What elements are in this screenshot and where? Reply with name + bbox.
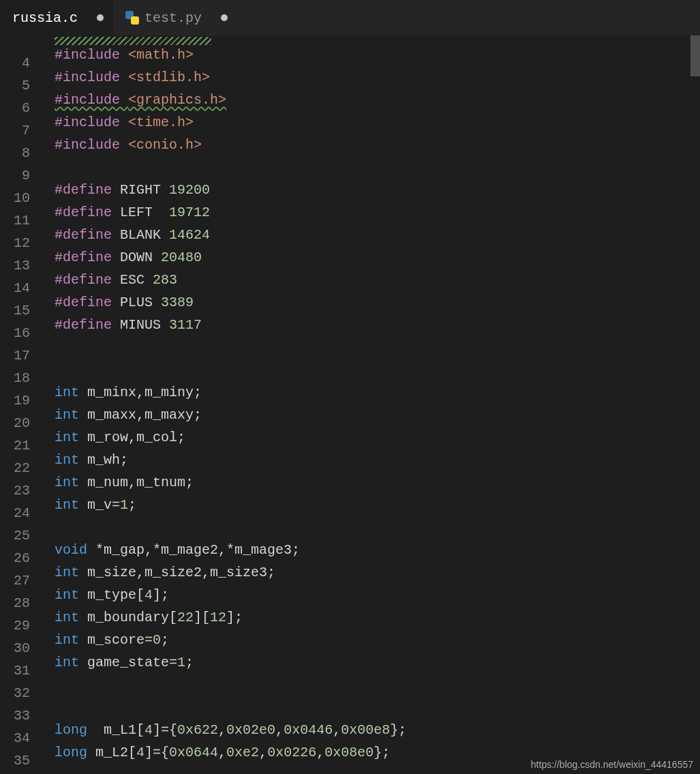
- code-token: void: [55, 542, 87, 558]
- code-line[interactable]: int m_num,m_tnum;: [55, 471, 700, 494]
- code-token: 4: [136, 745, 144, 760]
- code-token: int: [55, 430, 79, 445]
- line-number: 9: [0, 164, 30, 187]
- code-line[interactable]: #define PLUS 3389: [55, 291, 700, 314]
- code-line[interactable]: [55, 336, 700, 359]
- line-number: 28: [0, 592, 30, 614]
- line-number: 23: [0, 479, 30, 502]
- code-token: int: [55, 497, 79, 513]
- code-token: int: [55, 610, 79, 625]
- line-number: 11: [0, 209, 30, 232]
- line-number: 19: [0, 389, 30, 412]
- line-number: 4: [0, 52, 30, 74]
- line-number: 35: [0, 749, 30, 772]
- code-token: #define: [55, 317, 112, 333]
- line-number: 22: [0, 457, 30, 479]
- line-number: 10: [0, 187, 30, 209]
- code-line[interactable]: #define DOWN 20480: [55, 246, 700, 269]
- code-area[interactable]: #include <math.h>#include <stdlib.h>#inc…: [42, 35, 700, 774]
- modified-indicator-icon: [221, 14, 228, 21]
- line-number: 12: [0, 232, 30, 254]
- code-token: <graphics.h>: [128, 92, 226, 108]
- code-token: 20480: [161, 250, 202, 265]
- code-token: 0x0644: [169, 745, 218, 760]
- code-token: 0: [153, 632, 161, 648]
- code-line[interactable]: int m_size,m_size2,m_size3;: [55, 561, 700, 584]
- line-number: 15: [0, 299, 30, 322]
- line-number: 18: [0, 367, 30, 389]
- code-line[interactable]: #include <time.h>: [55, 111, 700, 134]
- code-token: <conio.h>: [128, 137, 202, 153]
- code-token: LEFT: [112, 205, 169, 220]
- line-number: 24: [0, 502, 30, 524]
- code-line[interactable]: [55, 156, 700, 179]
- vertical-scrollbar[interactable]: [690, 35, 700, 76]
- code-line[interactable]: #include <conio.h>: [55, 134, 700, 156]
- code-line[interactable]: #define ESC 283: [55, 269, 700, 291]
- code-token: #include: [55, 137, 128, 153]
- code-token: m_boundary[: [79, 610, 177, 625]
- code-token: ,: [316, 745, 324, 760]
- code-line[interactable]: int m_wh;: [55, 449, 700, 471]
- code-line[interactable]: int game_state=1;: [55, 651, 700, 674]
- code-line[interactable]: long m_L1[4]={0x622,0x02e0,0x0446,0x00e8…: [55, 719, 700, 741]
- code-line[interactable]: #define MINUS 3117: [55, 314, 700, 336]
- code-token: *m_gap,*m_mage2,*m_mage3;: [87, 542, 300, 558]
- code-token: m_row,m_col;: [79, 430, 185, 445]
- tab-label: russia.c: [12, 10, 78, 26]
- code-token: int: [55, 565, 79, 580]
- line-number: 29: [0, 614, 30, 637]
- code-token: 1: [177, 655, 185, 670]
- code-token: <stdlib.h>: [128, 70, 210, 85]
- code-token: ;: [128, 497, 136, 513]
- code-line[interactable]: int m_v=1;: [55, 494, 700, 516]
- code-token: int: [55, 385, 79, 400]
- code-token: <math.h>: [128, 47, 194, 63]
- code-line[interactable]: [55, 359, 700, 381]
- code-token: #define: [55, 205, 112, 220]
- code-token: 0x0226: [267, 745, 316, 760]
- code-token: m_size,m_size2,m_size3;: [79, 565, 275, 580]
- line-number: 5: [0, 74, 30, 97]
- code-token: DOWN: [112, 250, 161, 265]
- code-token: game_state=: [79, 655, 177, 670]
- code-line[interactable]: #define LEFT 19712: [55, 201, 700, 224]
- code-token: long: [55, 745, 87, 760]
- code-token: 4: [144, 587, 153, 603]
- line-number: 33: [0, 704, 30, 727]
- code-token: m_minx,m_miny;: [79, 385, 202, 400]
- code-token: #include: [55, 47, 128, 63]
- code-line[interactable]: [55, 674, 700, 696]
- editor-tab-test-py[interactable]: test.py: [113, 0, 237, 35]
- code-token: };: [374, 745, 390, 760]
- code-line[interactable]: int m_type[4];: [55, 584, 700, 606]
- code-line[interactable]: int m_boundary[22][12];: [55, 606, 700, 629]
- code-token: m_L1[: [87, 722, 144, 738]
- code-line[interactable]: [55, 516, 700, 539]
- code-token: ESC: [112, 272, 153, 288]
- line-number: 26: [0, 547, 30, 569]
- code-token: #define: [55, 295, 112, 310]
- code-line[interactable]: #define BLANK 14624: [55, 224, 700, 246]
- code-line[interactable]: int m_maxx,m_maxy;: [55, 404, 700, 426]
- code-token: 19200: [169, 182, 210, 198]
- line-number: 17: [0, 344, 30, 367]
- code-token: ];: [226, 610, 243, 625]
- line-number: 6: [0, 97, 30, 119]
- code-editor[interactable]: 4567891011121314151617181920212223242526…: [0, 35, 700, 774]
- watermark-text: https://blog.csdn.net/weixin_44416557: [531, 759, 693, 770]
- code-line[interactable]: int m_score=0;: [55, 629, 700, 651]
- editor-tab-russia-c[interactable]: russia.c: [0, 0, 113, 35]
- code-line[interactable]: void *m_gap,*m_mage2,*m_mage3;: [55, 539, 700, 561]
- code-line[interactable]: int m_minx,m_miny;: [55, 381, 700, 404]
- code-line[interactable]: #include <graphics.h>: [55, 89, 700, 111]
- code-token: #define: [55, 182, 112, 198]
- code-line[interactable]: #include <stdlib.h>: [55, 66, 700, 89]
- code-token: 0x08e0: [324, 745, 374, 760]
- line-number: 20: [0, 412, 30, 434]
- code-token: #define: [55, 272, 112, 288]
- code-line[interactable]: [55, 696, 700, 719]
- code-line[interactable]: #define RIGHT 19200: [55, 179, 700, 201]
- code-line[interactable]: #include <math.h>: [55, 44, 700, 66]
- code-line[interactable]: int m_row,m_col;: [55, 426, 700, 449]
